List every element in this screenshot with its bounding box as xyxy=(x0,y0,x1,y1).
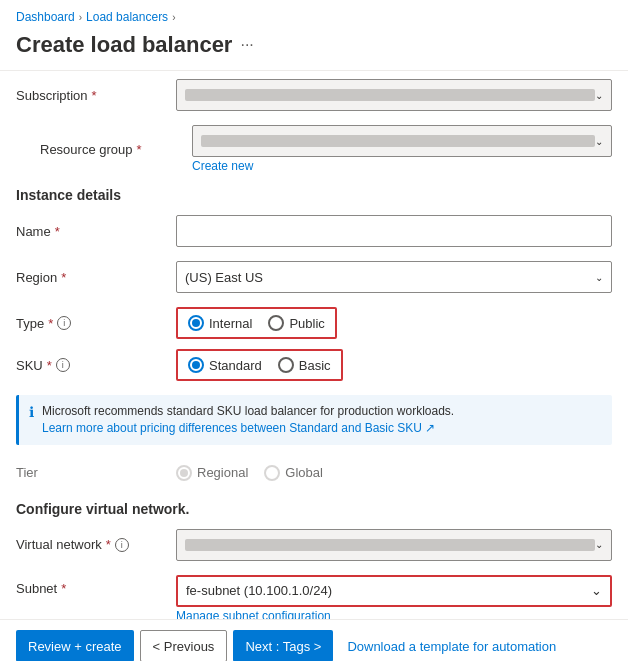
subnet-required: * xyxy=(61,581,66,596)
subnet-control: fe-subnet (10.100.1.0/24) ⌄ Manage subne… xyxy=(176,575,612,619)
subnet-chevron: ⌄ xyxy=(591,583,602,598)
type-info-icon[interactable]: i xyxy=(57,316,71,330)
review-create-button[interactable]: Review + create xyxy=(16,630,134,661)
type-internal-dot xyxy=(192,319,200,327)
sku-standard-label: Standard xyxy=(209,358,262,373)
type-control: Internal Public xyxy=(176,307,612,339)
name-input[interactable] xyxy=(176,215,612,247)
automation-link[interactable]: Download a template for automation xyxy=(347,639,556,654)
breadcrumb-sep-2: › xyxy=(172,12,175,23)
info-banner-text: Microsoft recommends standard SKU load b… xyxy=(42,403,454,437)
tier-regional-dot xyxy=(180,469,188,477)
sku-radio-group: Standard Basic xyxy=(176,349,343,381)
resource-group-control: ⌄ Create new xyxy=(192,125,612,173)
type-public[interactable]: Public xyxy=(268,315,324,331)
create-new-link[interactable]: Create new xyxy=(192,159,253,173)
sku-basic[interactable]: Basic xyxy=(278,357,331,373)
subscription-label: Subscription * xyxy=(16,88,176,103)
resource-group-select[interactable]: ⌄ xyxy=(192,125,612,157)
subscription-row: Subscription * ⌄ xyxy=(16,79,612,111)
sku-info-icon[interactable]: i xyxy=(56,358,70,372)
sku-control: Standard Basic xyxy=(176,349,612,381)
tier-control: Regional Global xyxy=(176,465,612,481)
virtual-network-info-icon[interactable]: i xyxy=(115,538,129,552)
region-row: Region * (US) East US ⌄ xyxy=(16,261,612,293)
sku-options: Standard Basic xyxy=(188,357,331,373)
subnet-value: fe-subnet (10.100.1.0/24) xyxy=(186,583,332,598)
tier-regional-radio[interactable] xyxy=(176,465,192,481)
virtual-network-chevron: ⌄ xyxy=(595,539,603,550)
type-public-label: Public xyxy=(289,316,324,331)
tier-regional-label: Regional xyxy=(197,465,248,480)
subscription-required: * xyxy=(92,88,97,103)
subscription-select[interactable]: ⌄ xyxy=(176,79,612,111)
info-banner-link[interactable]: Learn more about pricing differences bet… xyxy=(42,421,435,435)
form-container: Subscription * ⌄ Resource group * ⌄ Crea… xyxy=(0,79,628,619)
region-required: * xyxy=(61,270,66,285)
breadcrumb-load-balancers[interactable]: Load balancers xyxy=(86,10,168,24)
virtual-network-placeholder xyxy=(185,539,595,551)
name-row: Name * xyxy=(16,215,612,247)
virtual-network-section: Configure virtual network. xyxy=(16,501,612,517)
external-link-icon: ↗ xyxy=(425,421,435,435)
type-internal-radio[interactable] xyxy=(188,315,204,331)
type-sku-row: Type * i Internal xyxy=(16,307,612,381)
region-label: Region * xyxy=(16,270,176,285)
subscription-control: ⌄ xyxy=(176,79,612,111)
resource-group-placeholder xyxy=(201,135,595,147)
tier-global-radio[interactable] xyxy=(264,465,280,481)
resource-group-chevron: ⌄ xyxy=(595,136,603,147)
virtual-network-select[interactable]: ⌄ xyxy=(176,529,612,561)
sku-required: * xyxy=(47,358,52,373)
sku-standard-dot xyxy=(192,361,200,369)
page-title: Create load balancer xyxy=(16,32,232,58)
more-options-icon[interactable]: ··· xyxy=(240,36,253,54)
sku-standard-radio[interactable] xyxy=(188,357,204,373)
subnet-label: Subnet * xyxy=(16,575,176,596)
virtual-network-control: ⌄ xyxy=(176,529,612,561)
breadcrumb-dashboard[interactable]: Dashboard xyxy=(16,10,75,24)
manage-subnet-link[interactable]: Manage subnet configuration xyxy=(176,609,331,619)
region-control: (US) East US ⌄ xyxy=(176,261,612,293)
previous-button[interactable]: < Previous xyxy=(140,630,228,661)
sku-standard[interactable]: Standard xyxy=(188,357,262,373)
info-banner: ℹ Microsoft recommends standard SKU load… xyxy=(16,395,612,445)
sku-basic-label: Basic xyxy=(299,358,331,373)
header-divider xyxy=(0,70,628,71)
sku-basic-radio[interactable] xyxy=(278,357,294,373)
virtual-network-required: * xyxy=(106,537,111,552)
breadcrumb-sep-1: › xyxy=(79,12,82,23)
name-required: * xyxy=(55,224,60,239)
instance-details-section: Instance details xyxy=(16,187,612,203)
resource-group-required: * xyxy=(137,142,142,157)
tier-global[interactable]: Global xyxy=(264,465,323,481)
region-chevron: ⌄ xyxy=(595,272,603,283)
tier-label: Tier xyxy=(16,465,176,480)
type-radio-group: Internal Public xyxy=(176,307,337,339)
subscription-placeholder xyxy=(185,89,595,101)
tier-options: Regional Global xyxy=(176,465,612,481)
subnet-select[interactable]: fe-subnet (10.100.1.0/24) ⌄ xyxy=(176,575,612,607)
name-label: Name * xyxy=(16,224,176,239)
breadcrumb: Dashboard › Load balancers › xyxy=(0,0,628,28)
tier-global-label: Global xyxy=(285,465,323,480)
page-header: Create load balancer ··· xyxy=(0,28,628,70)
footer-bar: Review + create < Previous Next : Tags >… xyxy=(0,619,628,661)
type-public-radio[interactable] xyxy=(268,315,284,331)
region-value: (US) East US xyxy=(185,270,595,285)
virtual-network-row: Virtual network * i ⌄ xyxy=(16,529,612,561)
sku-label: SKU * i xyxy=(16,358,176,373)
type-internal[interactable]: Internal xyxy=(188,315,252,331)
subscription-chevron: ⌄ xyxy=(595,90,603,101)
type-label: Type * i xyxy=(16,316,176,331)
type-options: Internal Public xyxy=(188,315,325,331)
next-button[interactable]: Next : Tags > xyxy=(233,630,333,661)
resource-group-label: Resource group * xyxy=(32,142,192,157)
tier-regional[interactable]: Regional xyxy=(176,465,248,481)
region-select[interactable]: (US) East US ⌄ xyxy=(176,261,612,293)
subnet-row: Subnet * fe-subnet (10.100.1.0/24) ⌄ Man… xyxy=(16,575,612,619)
resource-group-row: Resource group * ⌄ Create new xyxy=(16,125,612,173)
info-banner-icon: ℹ xyxy=(29,404,34,420)
tier-row: Tier Regional Global xyxy=(16,459,612,487)
type-internal-label: Internal xyxy=(209,316,252,331)
